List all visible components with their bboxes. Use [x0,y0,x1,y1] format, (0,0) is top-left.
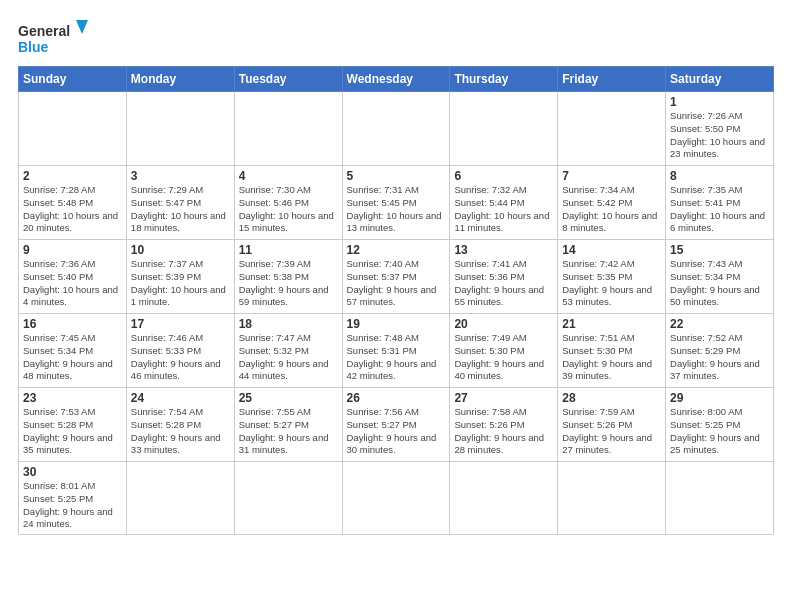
day-number: 11 [239,243,338,257]
day-info: Sunrise: 8:00 AM Sunset: 5:25 PM Dayligh… [670,406,769,457]
day-info: Sunrise: 7:53 AM Sunset: 5:28 PM Dayligh… [23,406,122,457]
calendar-cell: 3Sunrise: 7:29 AM Sunset: 5:47 PM Daylig… [126,166,234,240]
day-number: 30 [23,465,122,479]
calendar-cell: 10Sunrise: 7:37 AM Sunset: 5:39 PM Dayli… [126,240,234,314]
calendar-cell: 13Sunrise: 7:41 AM Sunset: 5:36 PM Dayli… [450,240,558,314]
day-info: Sunrise: 7:32 AM Sunset: 5:44 PM Dayligh… [454,184,553,235]
day-of-week-header: Wednesday [342,67,450,92]
day-info: Sunrise: 7:46 AM Sunset: 5:33 PM Dayligh… [131,332,230,383]
day-info: Sunrise: 7:37 AM Sunset: 5:39 PM Dayligh… [131,258,230,309]
day-info: Sunrise: 8:01 AM Sunset: 5:25 PM Dayligh… [23,480,122,531]
calendar-cell: 12Sunrise: 7:40 AM Sunset: 5:37 PM Dayli… [342,240,450,314]
calendar-cell [234,92,342,166]
day-info: Sunrise: 7:29 AM Sunset: 5:47 PM Dayligh… [131,184,230,235]
day-info: Sunrise: 7:36 AM Sunset: 5:40 PM Dayligh… [23,258,122,309]
calendar-cell [450,92,558,166]
calendar-cell: 9Sunrise: 7:36 AM Sunset: 5:40 PM Daylig… [19,240,127,314]
calendar-cell: 5Sunrise: 7:31 AM Sunset: 5:45 PM Daylig… [342,166,450,240]
calendar-cell: 24Sunrise: 7:54 AM Sunset: 5:28 PM Dayli… [126,388,234,462]
day-number: 28 [562,391,661,405]
day-number: 25 [239,391,338,405]
day-of-week-header: Friday [558,67,666,92]
calendar: SundayMondayTuesdayWednesdayThursdayFrid… [18,66,774,535]
calendar-cell: 25Sunrise: 7:55 AM Sunset: 5:27 PM Dayli… [234,388,342,462]
day-info: Sunrise: 7:26 AM Sunset: 5:50 PM Dayligh… [670,110,769,161]
calendar-cell [558,462,666,535]
day-number: 8 [670,169,769,183]
calendar-cell: 23Sunrise: 7:53 AM Sunset: 5:28 PM Dayli… [19,388,127,462]
day-number: 22 [670,317,769,331]
day-of-week-header: Saturday [666,67,774,92]
day-number: 21 [562,317,661,331]
calendar-cell: 19Sunrise: 7:48 AM Sunset: 5:31 PM Dayli… [342,314,450,388]
calendar-cell [19,92,127,166]
calendar-cell [450,462,558,535]
day-info: Sunrise: 7:34 AM Sunset: 5:42 PM Dayligh… [562,184,661,235]
calendar-cell: 30Sunrise: 8:01 AM Sunset: 5:25 PM Dayli… [19,462,127,535]
calendar-cell: 27Sunrise: 7:58 AM Sunset: 5:26 PM Dayli… [450,388,558,462]
calendar-cell: 8Sunrise: 7:35 AM Sunset: 5:41 PM Daylig… [666,166,774,240]
day-info: Sunrise: 7:45 AM Sunset: 5:34 PM Dayligh… [23,332,122,383]
calendar-cell [126,92,234,166]
day-number: 4 [239,169,338,183]
svg-text:General: General [18,23,70,39]
logo: General Blue [18,18,88,58]
day-number: 2 [23,169,122,183]
calendar-cell [234,462,342,535]
day-number: 12 [347,243,446,257]
day-info: Sunrise: 7:30 AM Sunset: 5:46 PM Dayligh… [239,184,338,235]
day-info: Sunrise: 7:31 AM Sunset: 5:45 PM Dayligh… [347,184,446,235]
day-number: 5 [347,169,446,183]
day-number: 10 [131,243,230,257]
day-number: 9 [23,243,122,257]
day-number: 7 [562,169,661,183]
day-info: Sunrise: 7:42 AM Sunset: 5:35 PM Dayligh… [562,258,661,309]
day-info: Sunrise: 7:47 AM Sunset: 5:32 PM Dayligh… [239,332,338,383]
calendar-cell: 11Sunrise: 7:39 AM Sunset: 5:38 PM Dayli… [234,240,342,314]
calendar-cell [126,462,234,535]
day-number: 18 [239,317,338,331]
day-number: 16 [23,317,122,331]
calendar-cell: 29Sunrise: 8:00 AM Sunset: 5:25 PM Dayli… [666,388,774,462]
day-of-week-header: Thursday [450,67,558,92]
day-info: Sunrise: 7:40 AM Sunset: 5:37 PM Dayligh… [347,258,446,309]
day-number: 19 [347,317,446,331]
day-info: Sunrise: 7:49 AM Sunset: 5:30 PM Dayligh… [454,332,553,383]
calendar-cell [666,462,774,535]
calendar-cell [342,92,450,166]
day-info: Sunrise: 7:39 AM Sunset: 5:38 PM Dayligh… [239,258,338,309]
day-info: Sunrise: 7:35 AM Sunset: 5:41 PM Dayligh… [670,184,769,235]
calendar-cell: 14Sunrise: 7:42 AM Sunset: 5:35 PM Dayli… [558,240,666,314]
day-number: 29 [670,391,769,405]
day-number: 15 [670,243,769,257]
day-number: 6 [454,169,553,183]
day-of-week-header: Sunday [19,67,127,92]
day-number: 1 [670,95,769,109]
day-info: Sunrise: 7:54 AM Sunset: 5:28 PM Dayligh… [131,406,230,457]
calendar-cell: 1Sunrise: 7:26 AM Sunset: 5:50 PM Daylig… [666,92,774,166]
day-number: 23 [23,391,122,405]
calendar-cell: 18Sunrise: 7:47 AM Sunset: 5:32 PM Dayli… [234,314,342,388]
day-number: 3 [131,169,230,183]
day-info: Sunrise: 7:56 AM Sunset: 5:27 PM Dayligh… [347,406,446,457]
day-info: Sunrise: 7:59 AM Sunset: 5:26 PM Dayligh… [562,406,661,457]
svg-text:Blue: Blue [18,39,49,55]
calendar-cell: 21Sunrise: 7:51 AM Sunset: 5:30 PM Dayli… [558,314,666,388]
day-number: 20 [454,317,553,331]
svg-marker-2 [76,20,88,34]
calendar-cell: 6Sunrise: 7:32 AM Sunset: 5:44 PM Daylig… [450,166,558,240]
calendar-cell: 7Sunrise: 7:34 AM Sunset: 5:42 PM Daylig… [558,166,666,240]
day-info: Sunrise: 7:28 AM Sunset: 5:48 PM Dayligh… [23,184,122,235]
calendar-cell [558,92,666,166]
day-number: 24 [131,391,230,405]
calendar-cell: 2Sunrise: 7:28 AM Sunset: 5:48 PM Daylig… [19,166,127,240]
calendar-cell: 4Sunrise: 7:30 AM Sunset: 5:46 PM Daylig… [234,166,342,240]
day-info: Sunrise: 7:48 AM Sunset: 5:31 PM Dayligh… [347,332,446,383]
calendar-cell: 17Sunrise: 7:46 AM Sunset: 5:33 PM Dayli… [126,314,234,388]
logo-svg: General Blue [18,18,88,58]
calendar-cell [342,462,450,535]
day-info: Sunrise: 7:41 AM Sunset: 5:36 PM Dayligh… [454,258,553,309]
day-info: Sunrise: 7:52 AM Sunset: 5:29 PM Dayligh… [670,332,769,383]
day-info: Sunrise: 7:51 AM Sunset: 5:30 PM Dayligh… [562,332,661,383]
day-number: 27 [454,391,553,405]
